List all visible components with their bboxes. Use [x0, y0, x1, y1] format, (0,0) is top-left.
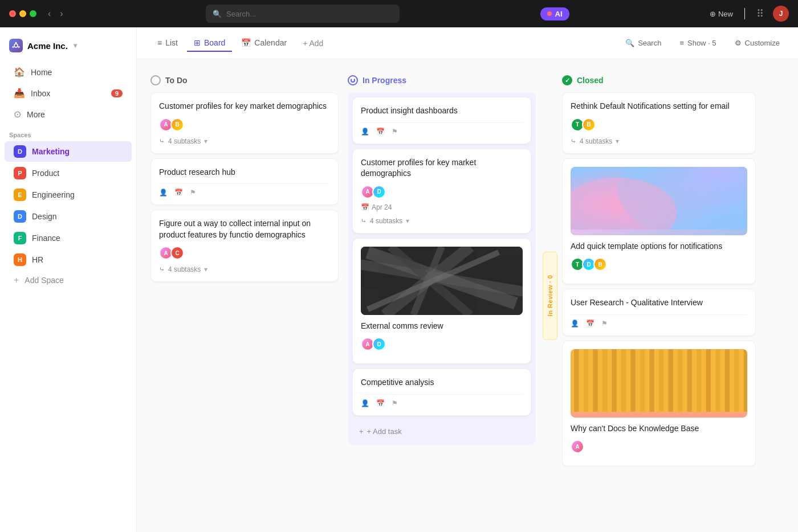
divider	[744, 8, 745, 19]
flag-icon: ⚑	[392, 399, 398, 407]
subtask-icon: ⤷	[159, 265, 165, 273]
sidebar-item-more[interactable]: ⊙ More	[5, 104, 132, 124]
card-title: Product research hub	[159, 167, 330, 178]
avatar: C	[170, 246, 184, 260]
meta-assignee: 👤	[361, 399, 369, 407]
sidebar-item-design[interactable]: D Design	[5, 206, 132, 227]
avatar: B	[582, 118, 596, 132]
avatar: B	[593, 257, 607, 271]
card-meta: 👤 📅 ⚑	[361, 394, 523, 407]
space-label: Finance	[32, 234, 60, 243]
card-title: External comms review	[361, 321, 523, 332]
forward-button[interactable]: ›	[58, 7, 65, 20]
close-dot[interactable]	[9, 10, 16, 17]
header-search-button[interactable]: 🔍 Search	[621, 36, 666, 50]
add-task-button[interactable]: + + Add task	[352, 423, 531, 440]
list-icon: ≡	[157, 38, 162, 47]
content-header: ≡ List ⊞ Board 📅 Calendar + Add 🔍 Search	[137, 27, 798, 59]
card-competitive-analysis[interactable]: Competitive analysis 👤 📅 ⚑	[352, 369, 531, 416]
card-user-research-qualitative[interactable]: User Research - Qualitative Interview 👤 …	[562, 289, 756, 336]
chevron-down-icon: ▾	[406, 217, 409, 225]
add-space-icon: +	[14, 275, 19, 285]
card-external-comms[interactable]: External comms review A D	[352, 238, 531, 365]
sidebar-item-home[interactable]: 🏠 Home	[5, 62, 132, 82]
customize-label: Customize	[745, 39, 780, 47]
card-product-research-hub[interactable]: Product research hub 👤 📅 ⚑	[150, 158, 339, 206]
subtask-count: 4 subtasks	[580, 137, 612, 145]
search-icon: 🔍	[213, 10, 222, 18]
card-quick-template[interactable]: Add quick template options for notificat…	[562, 158, 756, 285]
search-input[interactable]	[226, 10, 393, 18]
card-customer-profiles-todo[interactable]: Customer profiles for key market demogra…	[150, 92, 339, 154]
card-meta: 👤 📅 ⚑	[571, 314, 747, 328]
card-product-insight-dashboards[interactable]: Product insight dashboards 👤 📅 ⚑	[352, 97, 531, 144]
space-icon-engineering: E	[14, 189, 26, 201]
subtask-icon: ⤷	[571, 137, 576, 145]
svg-point-0	[14, 44, 18, 47]
spaces-section-title: Spaces	[0, 125, 136, 141]
column-header-closed: ✓ Closed	[562, 71, 756, 92]
new-button[interactable]: ⊕ New	[710, 10, 733, 18]
nav-arrows: ‹ ›	[46, 7, 66, 20]
meta-flag: ⚑	[392, 399, 398, 407]
sidebar-item-label: Home	[31, 68, 52, 77]
column-inprogress: In Progress Product insight dashboards 👤	[348, 71, 536, 445]
card-subtasks[interactable]: ⤷ 4 subtasks ▾	[159, 265, 330, 273]
sidebar-item-inbox[interactable]: 📥 Inbox 9	[5, 83, 132, 103]
space-label: Marketing	[32, 147, 70, 156]
in-review-label: In Review · 0	[547, 275, 553, 317]
tab-list[interactable]: ≡ List	[150, 35, 185, 52]
tab-calendar[interactable]: 📅 Calendar	[234, 35, 294, 52]
minimize-dot[interactable]	[19, 10, 26, 17]
maximize-dot[interactable]	[30, 10, 36, 17]
card-docs-knowledge-base[interactable]: Why can't Docs be Knowledge Base A	[562, 341, 756, 467]
user-avatar[interactable]: J	[773, 6, 789, 22]
card-rethink-notifications[interactable]: Rethink Default Notifications setting fo…	[562, 92, 756, 154]
search-bar[interactable]: 🔍	[206, 5, 400, 23]
chevron-down-icon: ▾	[204, 137, 207, 145]
header-show-button[interactable]: ≡ Show · 5	[675, 36, 720, 50]
sidebar-item-product[interactable]: P Product	[5, 163, 132, 183]
brand-icon	[9, 39, 23, 52]
topbar: ‹ › 🔍 AI ⊕ New ⠿ J	[0, 0, 798, 27]
sidebar-item-marketing[interactable]: D Marketing	[5, 141, 132, 162]
space-icon-marketing: D	[14, 145, 26, 158]
more-icon: ⊙	[14, 109, 21, 120]
space-label: Engineering	[32, 190, 75, 199]
show-label: Show · 5	[687, 39, 716, 47]
column-closed: ✓ Closed Rethink Default Notifications s…	[562, 71, 756, 521]
add-space-button[interactable]: + Add Space	[5, 271, 132, 289]
card-figure-out-collect[interactable]: Figure out a way to collect internal inp…	[150, 210, 339, 282]
topbar-right: ⊕ New ⠿ J	[710, 6, 789, 22]
tab-board[interactable]: ⊞ Board	[187, 35, 232, 52]
card-subtasks[interactable]: ⤷ 4 subtasks ▾	[571, 137, 747, 145]
card-subtasks[interactable]: ⤷ 4 subtasks ▾	[159, 137, 330, 145]
brand-logo[interactable]: Acme Inc. ▾	[0, 36, 136, 62]
card-avatars: A C	[159, 246, 330, 260]
brand-name: Acme Inc.	[27, 41, 68, 51]
card-title: Add quick template options for notificat…	[571, 241, 747, 252]
sidebar-item-hr[interactable]: H HR	[5, 249, 132, 270]
chevron-down-icon: ▾	[616, 137, 619, 145]
meta-date: 📅	[376, 399, 385, 407]
sidebar-item-finance[interactable]: F Finance	[5, 228, 132, 248]
meta-date: 📅	[586, 320, 595, 328]
grid-icon[interactable]: ⠿	[756, 7, 764, 20]
card-subtasks[interactable]: ⤷ 4 subtasks ▾	[361, 217, 523, 225]
card-customer-profiles-inprogress[interactable]: Customer profiles for key market demogra…	[352, 149, 531, 234]
sidebar-item-engineering[interactable]: E Engineering	[5, 185, 132, 205]
add-tab-button[interactable]: + Add	[296, 35, 330, 51]
space-icon-product: P	[14, 167, 26, 179]
ai-button[interactable]: AI	[540, 7, 569, 21]
meta-assignee: 👤	[159, 189, 168, 197]
header-customize-button[interactable]: ⚙ Customize	[730, 36, 784, 50]
meta-date: 📅	[376, 128, 385, 136]
space-label: HR	[32, 255, 43, 264]
flag-icon: ⚑	[190, 189, 196, 197]
card-title: Customer profiles for key market demogra…	[159, 101, 330, 112]
card-title: Why can't Docs be Knowledge Base	[571, 423, 747, 435]
meta-flag: ⚑	[190, 189, 196, 197]
back-button[interactable]: ‹	[46, 7, 53, 20]
in-review-panel[interactable]: In Review · 0	[543, 252, 557, 340]
column-title-inprogress: In Progress	[363, 76, 406, 85]
